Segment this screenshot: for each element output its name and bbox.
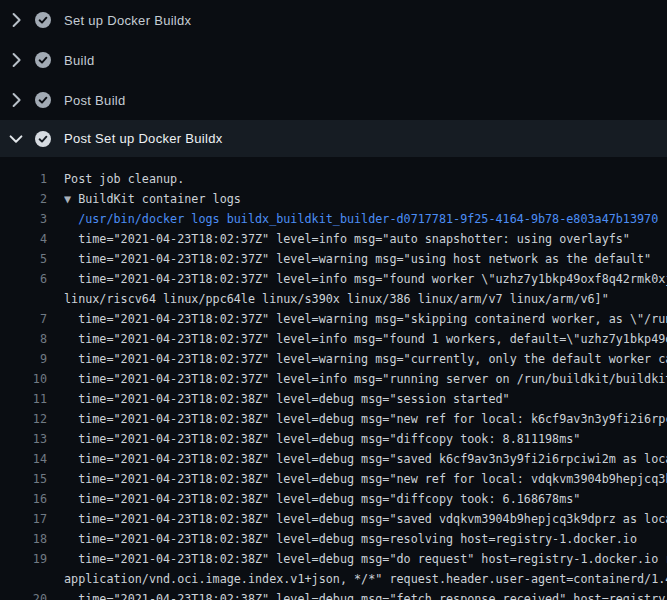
log-area: 1Post job cleanup.2▼ BuildKit container … [0,157,667,600]
log-text: time="2021-04-23T18:02:37Z" level=warnin… [64,249,667,269]
log-text: time="2021-04-23T18:02:38Z" level=debug … [64,449,667,469]
log-line-number[interactable]: 10 [0,369,47,389]
log-group-label: BuildKit container logs [78,192,241,206]
log-line: 13 time="2021-04-23T18:02:38Z" level=deb… [0,429,667,449]
log-text: time="2021-04-23T18:02:38Z" level=debug … [64,469,667,489]
log-text: time="2021-04-23T18:02:37Z" level=info m… [64,329,667,349]
log-line: 14 time="2021-04-23T18:02:38Z" level=deb… [0,449,667,469]
log-text: time="2021-04-23T18:02:37Z" level=warnin… [64,309,667,329]
log-line: 8 time="2021-04-23T18:02:37Z" level=info… [0,329,667,349]
log-line-number[interactable]: 17 [0,509,47,529]
log-line: 15 time="2021-04-23T18:02:38Z" level=deb… [0,469,667,489]
log-line: 4 time="2021-04-23T18:02:37Z" level=info… [0,229,667,249]
step-title: Build [64,53,94,68]
check-circle-icon [35,12,51,28]
check-circle-icon [35,52,51,68]
step-title: Set up Docker Buildx [64,13,191,28]
chevron-right-icon [8,52,24,68]
step-header-post-set-up-docker-buildx[interactable]: Post Set up Docker Buildx [0,120,667,157]
log-line: 5 time="2021-04-23T18:02:37Z" level=warn… [0,249,667,269]
log-line-number [0,289,47,309]
log-text: time="2021-04-23T18:02:37Z" level=info m… [64,369,667,389]
log-line-number[interactable]: 15 [0,469,47,489]
log-line: 7 time="2021-04-23T18:02:37Z" level=warn… [0,309,667,329]
log-line-number[interactable]: 13 [0,429,47,449]
log-line-number[interactable]: 14 [0,449,47,469]
log-text: linux/riscv64 linux/ppc64le linux/s390x … [64,289,667,309]
log-line-number[interactable]: 7 [0,309,47,329]
log-line: 11 time="2021-04-23T18:02:38Z" level=deb… [0,389,667,409]
chevron-right-icon [8,12,24,28]
log-text: time="2021-04-23T18:02:38Z" level=debug … [64,429,667,449]
log-line: 19 time="2021-04-23T18:02:38Z" level=deb… [0,549,667,569]
log-line-number[interactable]: 20 [0,589,47,600]
log-line: 6 time="2021-04-23T18:02:37Z" level=info… [0,269,667,289]
log-line-continuation: application/vnd.oci.image.index.v1+json,… [0,569,667,589]
log-line: 12 time="2021-04-23T18:02:38Z" level=deb… [0,409,667,429]
log-line-number[interactable]: 2 [0,189,47,209]
step-list: Set up Docker BuildxBuildPost BuildPost … [0,0,667,157]
step-title: Post Build [64,93,126,108]
chevron-down-icon [8,131,24,147]
log-line-number[interactable]: 4 [0,229,47,249]
log-line: 2▼ BuildKit container logs [0,189,667,209]
group-expanded-triangle-icon: ▼ [64,192,71,206]
log-line-number[interactable]: 3 [0,209,47,229]
log-text: time="2021-04-23T18:02:37Z" level=info m… [64,269,667,289]
log-line: 17 time="2021-04-23T18:02:38Z" level=deb… [0,509,667,529]
log-text: Post job cleanup. [64,169,667,189]
log-line-number[interactable]: 6 [0,269,47,289]
log-text: time="2021-04-23T18:02:37Z" level=warnin… [64,349,667,369]
check-circle-icon [35,92,51,108]
log-text: time="2021-04-23T18:02:38Z" level=debug … [64,549,667,569]
log-line-number[interactable]: 19 [0,549,47,569]
log-text: time="2021-04-23T18:02:38Z" level=debug … [64,529,667,549]
log-line: 16 time="2021-04-23T18:02:38Z" level=deb… [0,489,667,509]
log-line-number[interactable]: 18 [0,529,47,549]
log-line: 10 time="2021-04-23T18:02:37Z" level=inf… [0,369,667,389]
log-line-number[interactable]: 5 [0,249,47,269]
log-line: 9 time="2021-04-23T18:02:37Z" level=warn… [0,349,667,369]
log-line-number [0,569,47,589]
log-line-number[interactable]: 9 [0,349,47,369]
log-line-continuation: linux/riscv64 linux/ppc64le linux/s390x … [0,289,667,309]
log-line-number[interactable]: 16 [0,489,47,509]
log-line: 1Post job cleanup. [0,169,667,189]
step-title: Post Set up Docker Buildx [64,131,223,146]
step-header-build[interactable]: Build [0,40,667,80]
check-circle-icon [35,131,51,147]
chevron-right-icon [8,92,24,108]
log-text: time="2021-04-23T18:02:38Z" level=debug … [64,389,667,409]
log-text: time="2021-04-23T18:02:38Z" level=debug … [64,409,667,429]
actions-log-viewer: Set up Docker BuildxBuildPost BuildPost … [0,0,667,600]
log-line: 20 time="2021-04-23T18:02:38Z" level=deb… [0,589,667,600]
log-line-number[interactable]: 12 [0,409,47,429]
log-group-toggle[interactable]: ▼ BuildKit container logs [64,189,667,209]
log-text: time="2021-04-23T18:02:38Z" level=debug … [64,489,667,509]
log-text: time="2021-04-23T18:02:37Z" level=info m… [64,229,667,249]
log-command-text: /usr/bin/docker logs buildx_buildkit_bui… [64,209,667,229]
log-line-number[interactable]: 1 [0,169,47,189]
log-text: time="2021-04-23T18:02:38Z" level=debug … [64,509,667,529]
step-header-set-up-docker-buildx[interactable]: Set up Docker Buildx [0,0,667,40]
log-line-number[interactable]: 8 [0,329,47,349]
log-line-number[interactable]: 11 [0,389,47,409]
log-line: 18 time="2021-04-23T18:02:38Z" level=deb… [0,529,667,549]
log-line: 3 /usr/bin/docker logs buildx_buildkit_b… [0,209,667,229]
log-text: application/vnd.oci.image.index.v1+json,… [64,569,667,589]
step-header-post-build[interactable]: Post Build [0,80,667,120]
log-text: time="2021-04-23T18:02:38Z" level=debug … [64,589,667,600]
